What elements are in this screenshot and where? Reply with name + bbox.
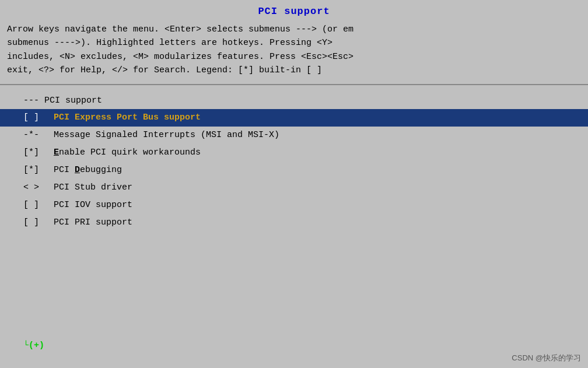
item-bracket-4: < > [23,181,54,195]
menu-item-2[interactable]: [*] Enable PCI quirk workarounds [0,144,588,162]
watermark: CSDN @快乐的学习 [512,353,581,363]
menu-header: --- PCI support [0,94,588,107]
item-label-3: PCI Debugging [54,163,122,177]
help-line-1: Arrow keys navigate the menu. <Enter> se… [7,23,581,36]
help-line-2: submenus ---->). Highlighted letters are… [7,36,581,50]
bottom-area: └(+) [23,341,44,351]
menu-item-1[interactable]: -*- Message Signaled Interrupts (MSI and… [0,127,588,144]
help-line-3: includes, <N> excludes, <M> modularizes … [7,50,581,64]
menu-item-3[interactable]: [*] PCI Debugging [0,162,588,179]
item-bracket-1: -*- [23,128,54,142]
item-bracket-5: [ ] [23,198,54,212]
main-container: PCI support Arrow keys navigate the menu… [0,0,588,368]
item-bracket-3: [*] [23,163,54,177]
item-bracket-2: [*] [23,146,54,160]
help-text: Arrow keys navigate the menu. <Enter> se… [0,20,588,79]
menu-area: --- PCI support [ ] PCI Express Port Bus… [0,90,588,232]
item-label-6: PCI PRI support [54,216,132,230]
divider [0,84,588,85]
help-line-4: exit, <?> for Help, </> for Search. Lege… [7,64,581,77]
item-label-4: PCI Stub driver [54,181,132,195]
hotkey-3: D [75,165,80,175]
menu-item-0[interactable]: [ ] PCI Express Port Bus support [0,109,588,127]
item-label-5: PCI IOV support [54,198,132,212]
item-bracket-6: [ ] [23,216,54,230]
menu-item-4[interactable]: < > PCI Stub driver [0,179,588,197]
menu-item-5[interactable]: [ ] PCI IOV support [0,197,588,214]
item-label-2: Enable PCI quirk workarounds [54,146,201,160]
item-label-0: PCI Express Port Bus support [54,111,201,125]
menu-item-6[interactable]: [ ] PCI PRI support [0,214,588,232]
page-title: PCI support [258,6,330,17]
cursor-plus: └(+) [23,341,44,351]
hotkey-2: E [54,148,59,157]
title-bar: PCI support [0,0,588,20]
item-label-1: Message Signaled Interrupts (MSI and MSI… [54,128,279,142]
item-bracket-0: [ ] [23,111,54,125]
